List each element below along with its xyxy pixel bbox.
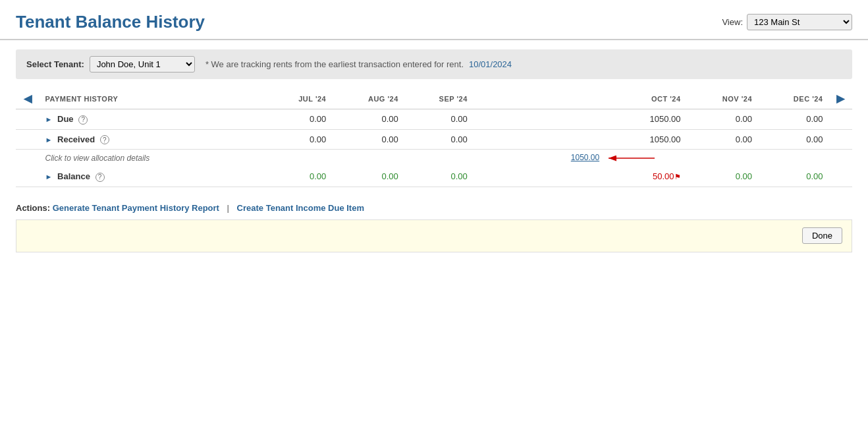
select-tenant-label: Select Tenant: bbox=[26, 59, 84, 69]
balance-nav-end bbox=[828, 167, 853, 187]
due-nov: 0.00 bbox=[686, 109, 758, 130]
received-jul: 0.00 bbox=[264, 129, 332, 150]
col-nov: Nov '24 bbox=[686, 88, 758, 109]
col-aug: Aug '24 bbox=[331, 88, 404, 109]
received-sep: 0.00 bbox=[404, 129, 473, 150]
due-help-icon[interactable]: ? bbox=[78, 115, 88, 125]
tenant-select[interactable]: John Doe, Unit 1 bbox=[90, 56, 195, 72]
col-jul: Jul '24 bbox=[264, 88, 332, 109]
alloc-oct-link: 1050.00 bbox=[473, 150, 686, 167]
balance-row: ► Balance ? 0.00 0.00 0.00 50.00⚑ 0.00 0… bbox=[16, 167, 852, 187]
allocation-amount-link[interactable]: 1050.00 bbox=[571, 153, 599, 162]
balance-oct-value: 50.00 bbox=[653, 171, 674, 181]
due-expand-arrow[interactable]: ► bbox=[45, 115, 53, 123]
alloc-sep bbox=[404, 150, 473, 167]
tenant-bar: Select Tenant: John Doe, Unit 1 * We are… bbox=[16, 49, 852, 79]
received-nav-end bbox=[828, 129, 853, 150]
tracking-note: * We are tracking rents from the earlies… bbox=[205, 59, 464, 69]
balance-dec: 0.00 bbox=[757, 167, 828, 187]
balance-expand-arrow[interactable]: ► bbox=[45, 173, 53, 181]
balance-jul: 0.00 bbox=[264, 167, 332, 187]
due-expand-cell bbox=[16, 109, 40, 130]
received-oct: 1050.00 bbox=[473, 129, 686, 150]
alloc-nov bbox=[686, 150, 758, 167]
balance-oct: 50.00⚑ bbox=[473, 167, 686, 187]
alloc-dec bbox=[757, 150, 828, 167]
next-nav-arrow[interactable]: ▶ bbox=[834, 93, 848, 104]
alloc-spacer1 bbox=[16, 150, 40, 167]
payment-section: ◀ PAYMENT HISTORY Jul '24 Aug '24 Sep '2… bbox=[16, 88, 852, 187]
next-nav-th: ▶ bbox=[828, 88, 853, 109]
flag-icon: ⚑ bbox=[674, 173, 681, 181]
table-header-row: ◀ PAYMENT HISTORY Jul '24 Aug '24 Sep '2… bbox=[16, 88, 852, 109]
received-dec: 0.00 bbox=[757, 129, 828, 150]
due-dec: 0.00 bbox=[757, 109, 828, 130]
page-wrapper: Tenant Balance History View: 123 Main St… bbox=[0, 0, 868, 435]
actions-label: Actions: bbox=[16, 203, 50, 213]
view-selector: View: 123 Main St bbox=[722, 14, 852, 30]
prev-nav-th: ◀ bbox=[16, 88, 40, 109]
done-button[interactable]: Done bbox=[802, 227, 842, 244]
due-nav-end bbox=[828, 109, 853, 130]
page-title: Tenant Balance History bbox=[16, 12, 205, 32]
due-sep: 0.00 bbox=[404, 109, 473, 130]
balance-expand-cell bbox=[16, 167, 40, 187]
received-expand-cell bbox=[16, 129, 40, 150]
received-label: Received bbox=[57, 134, 95, 144]
col-dec: Dec '24 bbox=[757, 88, 828, 109]
prev-nav-arrow[interactable]: ◀ bbox=[21, 93, 35, 104]
received-row: ► Received ? 0.00 0.00 0.00 1050.00 0.00… bbox=[16, 129, 852, 150]
view-label: View: bbox=[722, 17, 743, 27]
due-label-cell: ► Due ? bbox=[40, 109, 264, 130]
action-separator: | bbox=[227, 203, 229, 213]
actions-row: Actions: Generate Tenant Payment History… bbox=[16, 203, 852, 213]
due-aug: 0.00 bbox=[331, 109, 404, 130]
balance-sep: 0.00 bbox=[404, 167, 473, 187]
allocation-note: Click to view allocation details bbox=[40, 150, 264, 167]
received-expand-arrow[interactable]: ► bbox=[45, 136, 53, 144]
balance-label-cell: ► Balance ? bbox=[40, 167, 264, 187]
arrow-annotation-svg bbox=[602, 152, 681, 165]
tracking-date-link[interactable]: 10/01/2024 bbox=[469, 59, 512, 69]
due-jul: 0.00 bbox=[264, 109, 332, 130]
alloc-aug bbox=[331, 150, 404, 167]
generate-report-link[interactable]: Generate Tenant Payment History Report bbox=[53, 203, 219, 213]
col-oct: Oct '24 bbox=[473, 88, 686, 109]
received-nov: 0.00 bbox=[686, 129, 758, 150]
allocation-row: Click to view allocation details 1050.00 bbox=[16, 150, 852, 167]
alloc-nav-end bbox=[828, 150, 853, 167]
due-label: Due bbox=[57, 114, 74, 124]
payment-table: ◀ PAYMENT HISTORY Jul '24 Aug '24 Sep '2… bbox=[16, 88, 852, 187]
balance-aug: 0.00 bbox=[331, 167, 404, 187]
header: Tenant Balance History View: 123 Main St bbox=[0, 0, 868, 40]
received-aug: 0.00 bbox=[331, 129, 404, 150]
done-bar: Done bbox=[16, 219, 852, 252]
received-label-cell: ► Received ? bbox=[40, 129, 264, 150]
section-label-header: PAYMENT HISTORY bbox=[40, 88, 264, 109]
received-help-icon[interactable]: ? bbox=[100, 135, 109, 144]
due-row: ► Due ? 0.00 0.00 0.00 1050.00 0.00 0.00 bbox=[16, 109, 852, 130]
alloc-jul bbox=[264, 150, 332, 167]
due-oct: 1050.00 bbox=[473, 109, 686, 130]
view-select[interactable]: 123 Main St bbox=[747, 14, 852, 30]
balance-nov: 0.00 bbox=[686, 167, 758, 187]
balance-label: Balance bbox=[57, 171, 90, 181]
balance-help-icon[interactable]: ? bbox=[95, 173, 105, 182]
col-sep: Sep '24 bbox=[404, 88, 473, 109]
create-income-item-link[interactable]: Create Tenant Income Due Item bbox=[237, 203, 364, 213]
